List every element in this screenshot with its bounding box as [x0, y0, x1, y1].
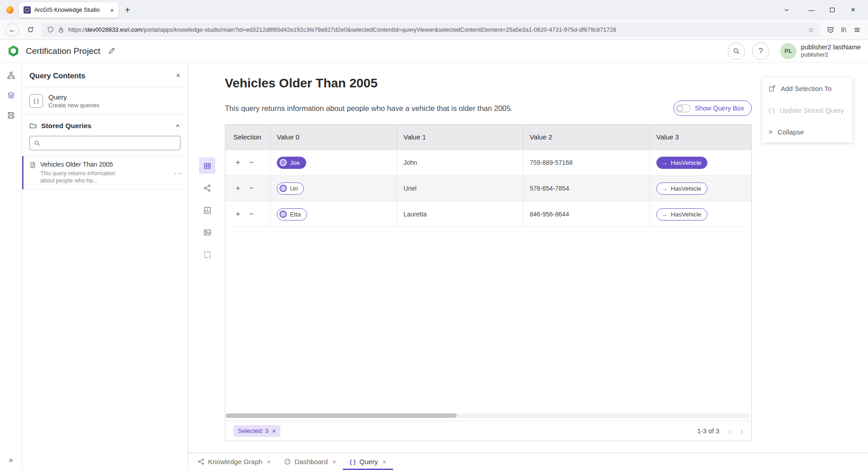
entity-dot-icon: [280, 159, 287, 166]
cell-value[interactable]: John: [397, 150, 523, 175]
entity-pill[interactable]: Uri: [277, 182, 304, 195]
dashboard-icon: [284, 458, 291, 465]
minimize-button[interactable]: —: [801, 2, 822, 18]
menu-item-add-selection-to[interactable]: Add Selection To: [762, 77, 853, 99]
stored-query-description: This query returns information about peo…: [40, 170, 131, 185]
stored-queries-title: Stored Queries: [41, 122, 171, 130]
back-button[interactable]: ←: [5, 23, 19, 37]
stored-query-item[interactable]: Vehicles Older Than 2005 This query retu…: [22, 156, 188, 190]
library-icon[interactable]: [840, 26, 847, 33]
browser-chrome: ArcGIS Knowledge Studio × + — × ← https:…: [0, 0, 868, 40]
relationship-pill[interactable]: →HasVehicle: [656, 182, 707, 195]
add-to-selection-button[interactable]: +: [233, 210, 242, 219]
column-header[interactable]: Value 1: [397, 125, 523, 149]
menu-hamburger-icon[interactable]: [854, 26, 861, 34]
cell-value[interactable]: Uriel: [397, 176, 523, 201]
lock-icon[interactable]: [58, 27, 64, 33]
table-row[interactable]: + − Uri Uriel 578-654-7854 →HasVehicle: [225, 176, 751, 201]
user-username: publisher2: [801, 51, 861, 58]
stored-queries-header[interactable]: Stored Queries: [22, 115, 188, 135]
map-view-icon[interactable]: [199, 224, 215, 240]
menu-item-label: Add Selection To: [781, 85, 831, 92]
next-page-icon[interactable]: ›: [740, 427, 743, 435]
list-tabs-icon[interactable]: [784, 7, 789, 13]
tab-label: Knowledge Graph: [208, 458, 262, 465]
toggle-switch[interactable]: [676, 105, 691, 112]
selection-tool-icon[interactable]: [199, 246, 215, 263]
menu-item-collapse[interactable]: » Collapse: [762, 121, 853, 143]
stored-query-title: Vehicles Older Than 2005: [40, 161, 131, 168]
close-tab-icon[interactable]: ×: [332, 458, 336, 465]
column-header[interactable]: Value 0: [270, 125, 397, 149]
table-view-icon[interactable]: [199, 158, 215, 174]
horizontal-scrollbar[interactable]: [226, 413, 751, 418]
maximize-button[interactable]: [822, 2, 843, 18]
help-button[interactable]: ?: [752, 43, 769, 60]
expand-panel-icon[interactable]: »: [9, 456, 13, 465]
new-query-item[interactable]: { } Query Create new queries: [22, 87, 188, 115]
item-options-icon[interactable]: ···: [174, 169, 182, 177]
browser-tab[interactable]: ArcGIS Knowledge Studio ×: [19, 2, 119, 18]
table-row[interactable]: + − Joe John 759-889-57168 →HasVehicle: [225, 150, 751, 176]
data-model-icon[interactable]: [2, 66, 20, 84]
url-host: dev0028833.esri.com: [86, 26, 142, 33]
close-panel-icon[interactable]: ×: [176, 71, 180, 80]
firefox-icon[interactable]: [6, 6, 14, 14]
relationship-pill[interactable]: →HasVehicle: [656, 208, 707, 221]
cell-value[interactable]: Lauretta: [397, 201, 523, 227]
reload-button[interactable]: [24, 23, 37, 37]
close-window-button[interactable]: ×: [843, 2, 863, 18]
remove-from-selection-button[interactable]: −: [247, 184, 256, 193]
add-to-selection-button[interactable]: +: [233, 184, 242, 193]
menu-item-update-stored-query[interactable]: { } Update Stored Query: [762, 99, 853, 121]
maximize-icon: [830, 8, 835, 12]
search-icon: [34, 140, 40, 146]
relationship-pill[interactable]: →HasVehicle: [656, 157, 707, 169]
clear-selection-icon[interactable]: ×: [272, 427, 276, 435]
tab-close-icon[interactable]: ×: [110, 7, 114, 14]
entity-pill[interactable]: Etta: [277, 208, 307, 221]
tab-knowledge-graph[interactable]: Knowledge Graph ×: [191, 453, 277, 470]
cell-value[interactable]: 578-654-7854: [523, 176, 650, 201]
save-icon[interactable]: [2, 106, 20, 124]
folder-icon: [29, 122, 37, 129]
collapse-icon: »: [768, 128, 773, 136]
new-tab-button[interactable]: +: [125, 5, 130, 14]
remove-from-selection-button[interactable]: −: [247, 158, 256, 167]
tracking-shield-icon[interactable]: [47, 26, 54, 33]
address-bar[interactable]: https://dev0028833.esri.com/portal/apps/…: [42, 23, 820, 37]
column-header[interactable]: Selection: [225, 125, 270, 149]
tab-query[interactable]: { } Query ×: [343, 453, 393, 470]
entity-pill[interactable]: Joe: [277, 157, 306, 169]
search-input[interactable]: [44, 140, 176, 147]
remove-from-selection-button[interactable]: −: [247, 210, 256, 219]
column-header[interactable]: Value 3: [650, 125, 751, 149]
pocket-save-icon[interactable]: [827, 26, 834, 34]
braces-icon: { }: [350, 458, 356, 465]
avatar[interactable]: PL: [780, 43, 797, 59]
selected-count-chip[interactable]: Selected: 3 ×: [233, 425, 280, 437]
close-tab-icon[interactable]: ×: [382, 458, 386, 465]
user-info[interactable]: publisher2 lastName publisher2: [801, 43, 861, 58]
table-row[interactable]: + − Etta Lauretta 846-956-8644 →HasVehic…: [225, 201, 751, 227]
chevron-up-icon[interactable]: [175, 123, 180, 129]
show-query-box-toggle[interactable]: Show Query Box: [674, 101, 752, 116]
add-to-selection-button[interactable]: +: [233, 158, 242, 167]
column-header[interactable]: Value 2: [523, 125, 650, 149]
scrollbar-thumb[interactable]: [226, 413, 457, 418]
relationship-arrow-icon: →: [661, 159, 668, 166]
selected-count-label: Selected: 3: [238, 427, 269, 434]
cell-value[interactable]: 759-889-57168: [523, 150, 650, 175]
chart-view-icon[interactable]: [199, 202, 215, 218]
stored-queries-search[interactable]: [29, 136, 180, 150]
edit-title-icon[interactable]: [108, 47, 115, 55]
braces-icon: { }: [768, 107, 775, 114]
previous-page-icon[interactable]: ‹: [728, 427, 731, 435]
contents-layers-icon[interactable]: [2, 86, 20, 104]
tab-dashboard[interactable]: Dashboard ×: [277, 453, 343, 470]
cell-value[interactable]: 846-956-8644: [523, 201, 650, 227]
bookmark-star-icon[interactable]: ☆: [808, 26, 814, 34]
link-chart-view-icon[interactable]: [199, 180, 215, 196]
search-button[interactable]: [728, 43, 745, 60]
close-tab-icon[interactable]: ×: [267, 458, 270, 465]
